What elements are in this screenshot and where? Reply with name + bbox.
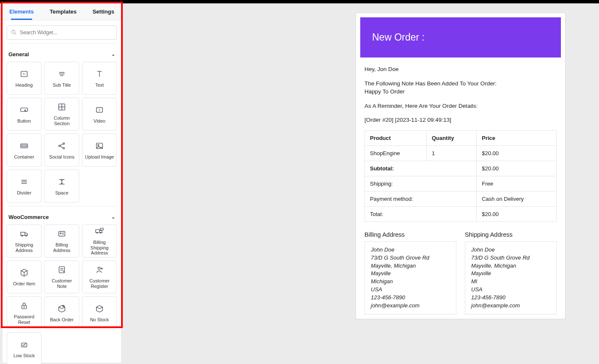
table-total-row: Subtotal:$20.00 xyxy=(365,161,557,176)
note-body: Happy To Order xyxy=(364,88,405,95)
widget-heading[interactable]: TтHeading xyxy=(7,62,41,95)
section-header-general[interactable]: General ⌄ xyxy=(7,43,117,62)
billing-title: Billing Address xyxy=(364,231,456,238)
box-x-icon xyxy=(94,304,105,314)
grid-icon xyxy=(57,102,67,112)
widget-label: Order Item xyxy=(11,281,37,287)
widget-label: Divider xyxy=(15,190,33,196)
search-input[interactable] xyxy=(7,25,117,40)
widget-label: Space xyxy=(53,190,70,196)
lock-icon xyxy=(19,301,29,311)
addr-line: John Doe xyxy=(371,246,395,253)
widget-label: Shipping Address xyxy=(7,242,41,253)
shipping-column: Shipping Address John Doe73/D G South Gr… xyxy=(465,231,557,315)
svg-rect-7 xyxy=(21,108,28,111)
section-title: General xyxy=(8,51,29,57)
image-icon xyxy=(94,141,105,151)
note-text: The Following Note Has Been Added To You… xyxy=(364,79,557,96)
address-row: Billing Address John Doe73/D G South Gro… xyxy=(364,231,557,315)
video-icon xyxy=(94,105,105,115)
widget-label: Password Reset xyxy=(7,314,41,325)
svg-rect-14 xyxy=(22,145,27,147)
widget-label: Container xyxy=(12,154,36,160)
space-icon xyxy=(57,177,67,187)
addr-line: Mayville xyxy=(471,270,491,276)
reminder-text: As A Reminder, Here Are Your Order Detai… xyxy=(364,102,557,110)
svg-marker-12 xyxy=(99,109,100,111)
note-icon xyxy=(57,265,67,275)
th-price: Price xyxy=(477,130,557,145)
widget-container[interactable]: Container xyxy=(7,134,41,167)
widget-billing-shipping-address[interactable]: Billing Shipping Address xyxy=(82,224,117,257)
text-icon xyxy=(94,69,105,79)
widget-column-section[interactable]: Column Section xyxy=(44,98,79,131)
th-product: Product xyxy=(365,130,427,145)
widget-low-stock[interactable]: Low Stock xyxy=(7,332,41,364)
widget-customer-note[interactable]: Customer Note xyxy=(44,260,79,293)
widget-button[interactable]: Button xyxy=(7,98,41,131)
section-title: WooCommerce xyxy=(8,214,49,220)
total-label: Payment method: xyxy=(365,191,477,206)
widget-text[interactable]: Text xyxy=(82,62,117,95)
widget-label: Button xyxy=(16,118,33,124)
widget-subtitle[interactable]: Sub Title xyxy=(44,62,79,95)
cell-price: $20.00 xyxy=(477,145,557,161)
widget-label: Billing Shipping Address xyxy=(83,240,116,256)
chevron-down-icon: ⌄ xyxy=(111,214,115,220)
email-hero: New Order : xyxy=(360,17,561,57)
total-value: Cash on Delivery xyxy=(477,191,557,206)
tab-templates[interactable]: Templates xyxy=(49,3,77,20)
truck-icon xyxy=(19,229,29,239)
svg-point-32 xyxy=(60,233,61,234)
tab-settings[interactable]: Settings xyxy=(92,3,115,20)
widget-order-item[interactable]: Order Item xyxy=(7,260,41,293)
svg-rect-38 xyxy=(100,228,103,230)
note-intro: The Following Note Has Been Added To You… xyxy=(364,80,497,87)
widget-billing-address[interactable]: Billing Address xyxy=(44,224,79,257)
svg-point-46 xyxy=(24,307,25,307)
greeting-text: Hey, Jon Doe xyxy=(364,65,557,74)
widget-label: Billing Address xyxy=(45,242,79,253)
total-label: Shipping: xyxy=(365,176,477,191)
widget-customer-register[interactable]: Customer Register xyxy=(82,260,117,293)
svg-point-15 xyxy=(59,145,61,147)
total-value: $20.00 xyxy=(477,206,557,222)
addr-line: USA xyxy=(471,286,483,293)
total-value: $20.00 xyxy=(477,161,557,176)
svg-point-36 xyxy=(97,233,97,233)
email-preview: New Order : Hey, Jon Doe The Following N… xyxy=(356,13,566,319)
widget-divider[interactable]: Divider xyxy=(7,170,41,203)
widget-label: Column Section xyxy=(45,115,79,126)
widget-video[interactable]: Video xyxy=(82,98,117,131)
table-total-row: Shipping:Free xyxy=(365,176,557,191)
widget-back-order[interactable]: Back Order xyxy=(44,296,79,329)
svg-rect-35 xyxy=(96,230,99,232)
widget-space[interactable]: Space xyxy=(44,170,79,203)
section-header-woocommerce[interactable]: WooCommerce ⌄ xyxy=(7,206,117,224)
subtitle-icon xyxy=(57,69,67,79)
billing-column: Billing Address John Doe73/D G South Gro… xyxy=(364,231,456,315)
addr-line: 123-456-7890 xyxy=(371,294,405,301)
tab-elements[interactable]: Elements xyxy=(8,3,35,20)
table-total-row: Total:$20.00 xyxy=(365,206,557,222)
table-total-row: Payment method:Cash on Delivery xyxy=(365,191,557,206)
addr-line: John Doe xyxy=(471,246,495,253)
shipping-title: Shipping Address xyxy=(465,231,557,238)
cell-quantity: 1 xyxy=(426,145,476,161)
widget-social-icons[interactable]: Social Icons xyxy=(44,134,79,167)
svg-point-16 xyxy=(63,142,65,144)
addr-line: 73/D G South Grove Rd xyxy=(471,255,530,261)
widget-label: No Stock xyxy=(88,317,111,323)
box-low-icon xyxy=(19,339,29,350)
widget-no-stock[interactable]: No Stock xyxy=(82,296,117,329)
container-icon xyxy=(19,141,29,151)
widget-shipping-address[interactable]: Shipping Address xyxy=(7,224,41,257)
th-quantity: Quantity xyxy=(426,130,476,145)
svg-point-21 xyxy=(98,144,99,145)
widget-upload-image[interactable]: Upload Image xyxy=(82,134,117,167)
widget-grid-woocommerce: Shipping AddressBilling AddressBilling S… xyxy=(7,224,117,329)
addr-line: john@example.com xyxy=(371,302,420,309)
total-label: Subtotal: xyxy=(365,161,477,176)
svg-rect-28 xyxy=(21,233,25,235)
widget-password-reset[interactable]: Password Reset xyxy=(7,296,41,329)
